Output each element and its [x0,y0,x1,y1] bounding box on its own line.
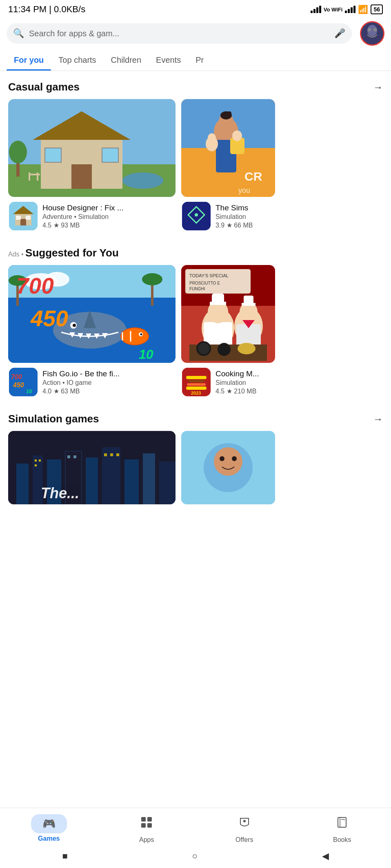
svg-rect-109 [35,464,37,466]
fish-icon: 700 450 10 [9,368,38,396]
bottom-area: 🎮 Games Apps [0,808,391,868]
search-placeholder[interactable]: Search for apps & gam... [29,29,329,38]
suggested-header: Ads • Suggested for You [0,237,391,265]
casual-games-cards: House Designer : Fix ... Adventure • Sim… [0,99,391,230]
house-designer-banner [8,99,176,197]
sims-banner: CR you [181,99,275,197]
svg-text:450: 450 [30,306,68,331]
casual-games-header: Casual games → [0,71,391,99]
microphone-icon[interactable]: 🎤 [334,28,345,39]
status-icons: Vo WiFi 📶 56 [311,4,383,14]
svg-rect-20 [20,219,26,225]
offers-icon [238,819,251,831]
system-nav: ■ ○ ◀ [0,847,391,868]
fish-card[interactable]: 700 450 10 700 450 10 Fish Go.io - [8,265,176,396]
main-content: Casual games → [0,71,391,659]
system-circle[interactable]: ○ [192,851,197,861]
signal-bars [311,6,321,13]
signal-bars-2 [345,6,355,13]
svg-text:10: 10 [26,388,32,394]
nav-apps[interactable]: Apps [126,813,167,844]
nav-books[interactable]: Books [322,813,362,844]
svg-text:700: 700 [11,373,22,380]
svg-text:CR: CR [244,170,262,183]
svg-rect-94 [187,383,206,386]
tab-for-you[interactable]: For you [7,50,51,71]
svg-rect-104 [124,459,139,504]
svg-rect-22 [26,216,31,220]
search-icon: 🔍 [13,28,24,39]
fish-banner: 700 450 10 [8,265,176,363]
apps-icon [140,819,153,831]
svg-point-13 [9,141,27,163]
sims-icon [182,202,211,230]
sims-category: Simulation [215,213,253,221]
svg-rect-79 [212,294,224,304]
apps-label: Apps [139,836,154,844]
house-designer-card[interactable]: House Designer : Fix ... Adventure • Sim… [8,99,176,230]
svg-rect-92 [186,376,207,379]
wifi-icon: 📶 [358,4,368,14]
svg-rect-10 [102,148,118,162]
svg-rect-102 [86,457,98,504]
tab-children[interactable]: Children [104,50,149,71]
svg-point-44 [142,273,162,285]
svg-rect-121 [141,817,146,822]
sim-card-2[interactable] [181,431,275,504]
casual-games-arrow[interactable]: → [373,82,383,93]
svg-rect-122 [147,817,152,822]
svg-text:PROSCIUTTO E: PROSCIUTTO E [189,281,220,285]
nav-offers[interactable]: Offers [224,813,265,844]
svg-point-120 [232,456,237,461]
svg-text:The...: The... [41,485,79,501]
simulation-cards: The... [0,431,391,504]
house-designer-meta: 4.5 ★ 93 MB [42,221,124,229]
svg-rect-123 [141,823,146,828]
house-designer-icon [9,202,38,230]
svg-point-119 [220,456,224,461]
status-time: 11:34 PM | 0.0KB/s [8,4,85,15]
nav-tabs: For you Top charts Children Events Pr [0,50,391,71]
svg-point-90 [238,343,255,354]
fish-category: Action • IO game [42,379,120,387]
house-designer-category: Adventure • Simulation [42,213,124,221]
svg-point-31 [208,133,216,142]
svg-point-125 [243,820,246,822]
sim-card-1[interactable]: The... [8,431,176,504]
system-square[interactable]: ■ [62,851,67,861]
cooking-meta: 4.5 ★ 210 MB [215,387,259,395]
games-icon: 🎮 [42,817,56,830]
svg-rect-93 [188,380,204,382]
tab-events[interactable]: Events [149,50,188,71]
fish-name: Fish Go.io - Be the fi... [42,369,120,378]
search-bar[interactable]: 🔍 Search for apps & gam... 🎤 [7,23,352,44]
status-bar: 11:34 PM | 0.0KB/s Vo WiFi 📶 56 [0,0,391,17]
svg-rect-106 [159,462,176,504]
svg-rect-111 [73,455,76,458]
svg-rect-85 [244,296,253,305]
nav-games[interactable]: 🎮 Games [29,814,69,842]
svg-point-3 [373,28,377,31]
games-label: Games [38,835,60,842]
svg-rect-114 [116,453,119,456]
cooking-card[interactable]: TODAY'S SPECIAL PROSCIUTTO E FUNGHI [181,265,275,396]
svg-rect-110 [67,455,70,458]
tab-pr[interactable]: Pr [188,50,211,71]
svg-rect-108 [39,459,41,462]
svg-rect-112 [104,453,107,456]
vowifi-label: Vo WiFi [324,7,343,13]
user-avatar[interactable] [360,21,384,46]
svg-rect-95 [186,387,207,390]
svg-point-88 [198,343,209,354]
sims-card[interactable]: CR you The Sims Simulation [181,99,275,230]
cooking-name: Cooking M... [215,369,259,378]
svg-point-57 [121,328,148,345]
svg-rect-98 [16,464,29,504]
svg-text:2023: 2023 [191,391,201,395]
books-icon [336,819,348,831]
svg-point-89 [218,343,231,356]
cooking-category: Simulation [215,379,259,387]
simulation-arrow[interactable]: → [373,413,383,425]
system-triangle[interactable]: ◀ [322,851,329,861]
tab-top-charts[interactable]: Top charts [51,50,103,71]
